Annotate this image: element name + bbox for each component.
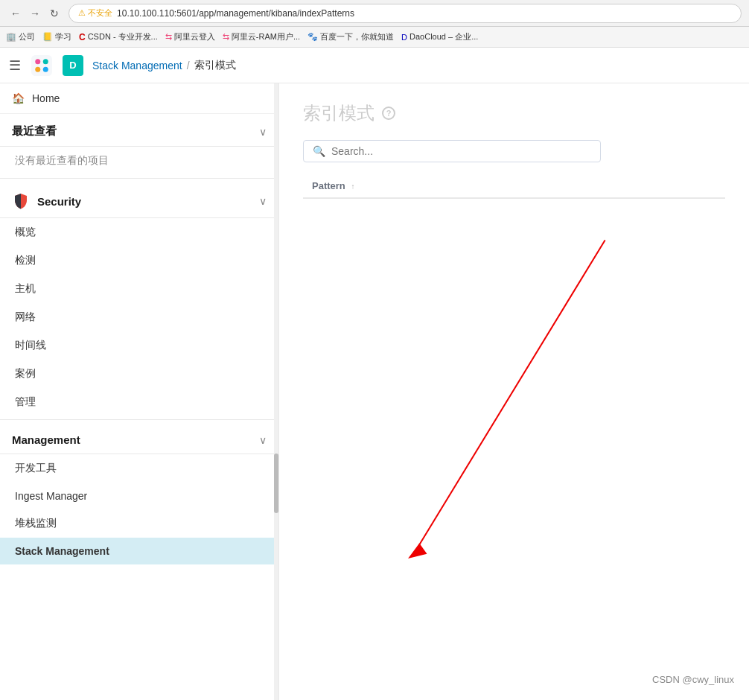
sidebar-home[interactable]: 🏠 Home	[0, 83, 278, 114]
svg-marker-6	[408, 544, 427, 559]
sidebar: 🏠 Home 最近查看 ∨ 没有最近查看的项目	[0, 83, 279, 700]
app-container: ☰ D Stack Management / 索引模式 🏠 Home	[0, 48, 749, 700]
management-chevron: ∨	[259, 434, 267, 446]
table-header-row: Pattern ↑	[303, 174, 725, 198]
svg-point-1	[35, 59, 40, 64]
scroll-track[interactable]	[274, 83, 278, 700]
forward-button[interactable]: →	[27, 5, 43, 22]
company-icon: 🏢	[6, 32, 16, 42]
management-section-header[interactable]: Management ∨	[0, 423, 278, 454]
svg-line-5	[415, 240, 605, 550]
nav-buttons: ← → ↻	[7, 5, 63, 22]
bookmark-label: 百度一下，你就知道	[320, 31, 394, 42]
sidebar-recently-viewed: 最近查看 ∨ 没有最近查看的项目	[0, 114, 278, 175]
sidebar-item-network[interactable]: 网络	[0, 303, 278, 331]
watermark: CSDN @cwy_linux	[652, 674, 734, 685]
help-icon[interactable]: ?	[382, 106, 395, 120]
top-nav: ☰ D Stack Management / 索引模式	[0, 48, 749, 83]
daocloud-icon: D	[401, 33, 407, 42]
security-section-header[interactable]: Security ∨	[0, 182, 278, 218]
sidebar-item-stack-monitor[interactable]: 堆栈监测	[0, 509, 278, 538]
hamburger-menu[interactable]: ☰	[9, 57, 21, 74]
search-input[interactable]	[331, 145, 591, 157]
management-section-title: Management	[12, 433, 80, 446]
pattern-column-header[interactable]: Pattern ↑	[303, 174, 725, 198]
refresh-button[interactable]: ↻	[46, 5, 63, 22]
svg-point-2	[43, 59, 48, 64]
kibana-logo-svg	[31, 55, 52, 76]
aliyun-icon: ⇆	[165, 32, 172, 42]
search-icon: 🔍	[313, 145, 325, 157]
bookmarks-bar: 🏢 公司 📒 学习 C CSDN - 专业开发... ⇆ 阿里云登入 ⇆ 阿里云…	[0, 27, 749, 48]
home-label: Home	[32, 92, 60, 104]
sidebar-item-cases[interactable]: 案例	[0, 360, 278, 388]
home-icon: 🏠	[12, 92, 25, 104]
sidebar-item-detection[interactable]: 检测	[0, 246, 278, 275]
sidebar-item-timeline[interactable]: 时间线	[0, 331, 278, 360]
study-icon: 📒	[42, 32, 53, 42]
main-area: 🏠 Home 最近查看 ∨ 没有最近查看的项目	[0, 83, 749, 700]
bookmark-aliyun-ram[interactable]: ⇆ 阿里云-RAM用户...	[223, 31, 300, 42]
security-section-title: Security	[37, 195, 81, 208]
page-title: 索引模式	[303, 101, 374, 125]
sidebar-management-section: Management ∨ 开发工具 Ingest Manager 堆栈监测 St…	[0, 423, 278, 564]
breadcrumb-separator: /	[187, 60, 190, 71]
user-avatar[interactable]: D	[63, 55, 83, 76]
section-divider	[0, 178, 278, 179]
search-box[interactable]: 🔍	[303, 140, 601, 162]
sidebar-security-section: Security ∨ 概览 检测 主机 网络 时间线 案例 管理	[0, 182, 278, 416]
breadcrumb: Stack Management / 索引模式	[92, 59, 236, 72]
sidebar-item-ingest[interactable]: Ingest Manager	[0, 483, 278, 509]
security-icon	[12, 192, 30, 210]
patterns-table: Pattern ↑	[303, 174, 725, 199]
bookmark-baidu[interactable]: 🐾 百度一下，你就知道	[307, 31, 394, 42]
bookmark-company[interactable]: 🏢 公司	[6, 31, 35, 42]
recently-viewed-chevron: ∨	[259, 126, 267, 138]
security-chevron: ∨	[259, 195, 267, 207]
url-text: 10.10.100.110:5601/app/management/kibana…	[117, 8, 354, 19]
bookmark-label: 阿里云-RAM用户...	[232, 31, 300, 42]
svg-point-4	[43, 66, 48, 71]
content-area: 索引模式 ? 🔍 Pattern ↑	[279, 83, 749, 700]
page-title-row: 索引模式 ?	[303, 101, 725, 125]
baidu-icon: 🐾	[307, 32, 318, 42]
sidebar-item-host[interactable]: 主机	[0, 275, 278, 303]
kibana-logo[interactable]	[30, 54, 54, 77]
security-title-area: Security	[12, 192, 81, 210]
sidebar-item-stack-management[interactable]: Stack Management	[0, 538, 278, 564]
sidebar-item-overview[interactable]: 概览	[0, 218, 278, 246]
pattern-header-label: Pattern	[312, 180, 345, 191]
bookmark-label: DaoCloud – 企业...	[409, 31, 478, 42]
bookmark-csdn[interactable]: C CSDN - 专业开发...	[79, 31, 158, 42]
bookmark-study[interactable]: 📒 学习	[42, 31, 71, 42]
section-divider-2	[0, 419, 278, 420]
aliyun-ram-icon: ⇆	[223, 32, 229, 42]
bookmark-label: 阿里云登入	[174, 31, 215, 42]
security-warning: ⚠ 不安全	[78, 7, 112, 19]
address-bar[interactable]: ⚠ 不安全 10.10.100.110:5601/app/management/…	[68, 4, 742, 23]
browser-bar: ← → ↻ ⚠ 不安全 10.10.100.110:5601/app/manag…	[0, 0, 749, 27]
scroll-thumb	[274, 454, 278, 513]
table-header: Pattern ↑	[303, 174, 725, 198]
recently-viewed-empty: 没有最近查看的项目	[0, 147, 278, 175]
bookmark-label: CSDN - 专业开发...	[88, 31, 158, 42]
sort-icon: ↑	[351, 182, 354, 191]
breadcrumb-current: 索引模式	[194, 59, 236, 72]
back-button[interactable]: ←	[7, 5, 24, 22]
breadcrumb-root[interactable]: Stack Management	[92, 60, 182, 71]
sidebar-item-admin[interactable]: 管理	[0, 388, 278, 416]
bookmark-aliyun-login[interactable]: ⇆ 阿里云登入	[165, 31, 215, 42]
recently-viewed-title: 最近查看	[12, 124, 57, 139]
csdn-icon: C	[79, 32, 86, 42]
bookmark-daocloud[interactable]: D DaoCloud – 企业...	[401, 31, 478, 42]
sidebar-item-devtools[interactable]: 开发工具	[0, 454, 278, 483]
recently-viewed-header[interactable]: 最近查看 ∨	[0, 114, 278, 147]
bookmark-label: 公司	[19, 31, 35, 42]
svg-point-3	[35, 66, 40, 71]
bookmark-label: 学习	[55, 31, 71, 42]
svg-rect-0	[31, 55, 52, 76]
